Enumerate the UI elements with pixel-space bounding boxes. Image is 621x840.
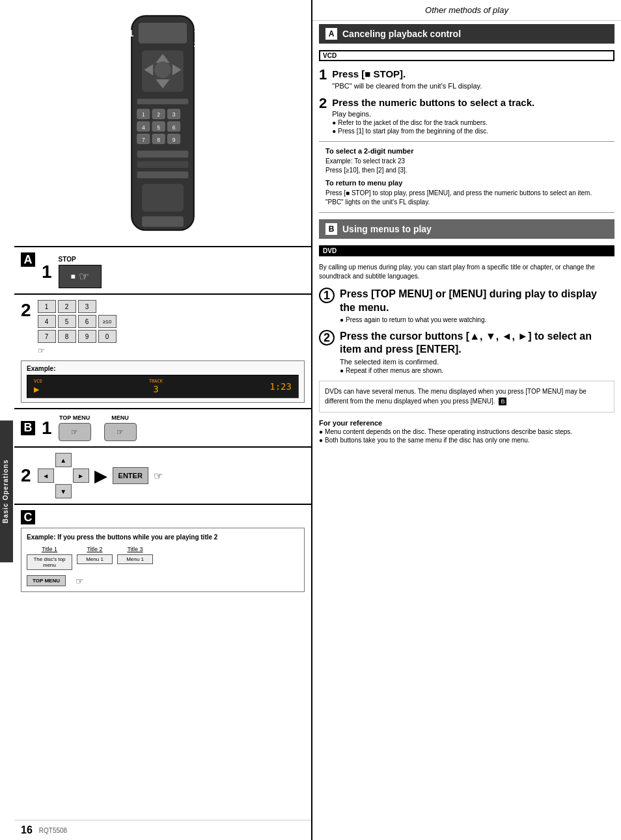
menu3-box: Menu 1 — [117, 554, 153, 564]
section-b-title: Using menus to play — [342, 224, 432, 234]
section-b2-left: 2 ▲ ◄ ► ▼ ▶ ENTER — [14, 448, 311, 505]
stop-label: STOP — [59, 256, 102, 263]
menu-label: MENU — [111, 414, 129, 421]
top-menu-button[interactable]: ☞ — [59, 423, 91, 441]
step-b2-bullet: Repeat if other menus are shown. — [340, 367, 614, 374]
svg-text:2: 2 — [121, 132, 126, 142]
svg-text:1: 1 — [128, 28, 133, 38]
top-menu-btn-diagram: TOP MENU — [27, 575, 66, 586]
step-a1-content: Press [■ STOP]. "PBC" will be cleared fr… — [332, 68, 614, 90]
num-1[interactable]: 1 — [38, 300, 56, 313]
section-a-header: A Canceling playback control — [319, 24, 614, 44]
num-9[interactable]: 9 — [78, 330, 96, 343]
step-a2-bullet2: Press [1] to start play from the beginni… — [332, 128, 614, 135]
svg-rect-34 — [142, 184, 184, 212]
svg-text:1: 1 — [142, 111, 145, 118]
hand-top-menu-icon: ☞ — [71, 427, 78, 437]
for-ref-2: Both buttons take you to the same menu i… — [319, 437, 614, 444]
menu-buttons-group: TOP MENU ☞ MENU ☞ — [59, 414, 137, 441]
down-arrow[interactable]: ▼ — [55, 484, 72, 498]
svg-text:8: 8 — [157, 137, 160, 143]
num-ge10[interactable]: ≥10 — [98, 315, 117, 328]
svg-text:5: 5 — [157, 124, 160, 131]
display-play-icon: ▶ — [34, 384, 42, 394]
dvd-desc: By calling up menus during play, you can… — [312, 260, 621, 284]
section-label-a: A — [21, 252, 35, 267]
step-a2-title: Press the numeric buttons to select a tr… — [332, 96, 614, 109]
step-b1-title: Press [TOP MENU] or [MENU] during play t… — [340, 288, 614, 315]
step-a2-sub: Play begins. — [332, 110, 614, 118]
svg-rect-30 — [137, 151, 189, 158]
left-panel: Basic Operations 1 1 2 — [0, 0, 312, 840]
svg-text:4: 4 — [142, 124, 145, 131]
page-number: 16 — [21, 824, 33, 836]
up-arrow[interactable]: ▲ — [55, 453, 72, 467]
menu-button[interactable]: ☞ — [104, 423, 137, 441]
num-6[interactable]: 6 — [78, 315, 96, 328]
enter-button[interactable]: ENTER — [113, 467, 148, 484]
menu-group: MENU ☞ — [104, 414, 137, 441]
stop-button[interactable]: ■ ☞ — [59, 265, 102, 288]
dvd-symbol: B — [499, 398, 506, 405]
page-header: Other methods of play — [312, 0, 621, 21]
section-a-title: Canceling playback control — [342, 29, 461, 39]
hint1-text: Example: To select track 23 Press [≥10],… — [325, 157, 608, 175]
display-track: TRACK — [149, 379, 163, 384]
title3-header: Title 3 — [127, 546, 143, 552]
note-box: DVDs can have several menus. The menu di… — [319, 381, 614, 413]
right-arrow[interactable]: ► — [73, 468, 89, 483]
svg-text:2: 2 — [194, 40, 199, 48]
svg-text:9: 9 — [172, 137, 176, 143]
page-title: Other methods of play — [425, 5, 508, 15]
step-a2-content: Press the numeric buttons to select a tr… — [332, 96, 614, 135]
num-0[interactable]: 0 — [98, 330, 117, 343]
num-5[interactable]: 5 — [58, 315, 76, 328]
title2-header: Title 2 — [87, 546, 102, 552]
num-8[interactable]: 8 — [58, 330, 76, 343]
right-panel: Other methods of play A Canceling playba… — [312, 0, 621, 840]
svg-rect-35 — [142, 216, 184, 226]
hand-menu-icon: ☞ — [117, 427, 124, 437]
menu2-box: Menu 1 — [77, 554, 113, 564]
display-time: 1:23 — [269, 381, 292, 392]
section-a-letter: A — [325, 28, 337, 40]
left-arrow[interactable]: ◄ — [38, 468, 54, 483]
step-b2-title: Press the cursor buttons [▲, ▼, ◄, ►] to… — [340, 330, 614, 357]
disc-top-menu-box: The disc's top menu — [27, 554, 72, 570]
svg-text:2: 2 — [157, 111, 160, 118]
step-b1-bullet: Press again to return to what you were w… — [340, 316, 614, 323]
svg-point-10 — [154, 61, 171, 78]
step-a2-number: 2 — [319, 96, 327, 111]
hand-stop-icon: ☞ — [79, 269, 89, 284]
step-a2-bullet1: Refer to the jacket of the disc for the … — [332, 119, 614, 126]
bottom-diagram-row: TOP MENU ☞ — [27, 575, 299, 586]
section-label-c: C — [21, 510, 35, 524]
note-text: DVDs can have several menus. The menu di… — [325, 388, 586, 405]
left-content: 1 1 2 1 2 3 4 — [14, 0, 311, 840]
arrow-pad: ▲ ◄ ► ▼ — [38, 453, 89, 498]
section-label-b: B — [21, 421, 35, 435]
title-diagram: Title 1 The disc's top menu Title 2 Menu… — [27, 546, 299, 570]
step-1-number: 1 — [42, 262, 52, 282]
num-4[interactable]: 4 — [38, 315, 56, 328]
display-vcd: VCD — [34, 379, 42, 384]
step-b2-number: 2 — [319, 330, 335, 345]
step-a1: 1 Press [■ STOP]. "PBC" will be cleared … — [312, 64, 621, 93]
section-b-left: B 1 TOP MENU ☞ MENU ☞ — [14, 409, 311, 448]
stop-icon: ■ — [71, 272, 76, 281]
remote-area: 1 1 2 1 2 3 4 — [14, 0, 311, 247]
num-3[interactable]: 3 — [78, 300, 96, 313]
svg-text:1: 1 — [194, 25, 199, 33]
vcd-badge: VCD — [319, 50, 614, 61]
play-arrow-icon: ▶ — [94, 466, 107, 486]
for-reference: For your reference Menu content depends … — [312, 416, 621, 447]
for-ref-title: For your reference — [319, 419, 614, 427]
step-a2: 2 Press the numeric buttons to select a … — [312, 93, 621, 139]
remote-svg: 1 1 2 1 2 3 4 — [104, 12, 221, 234]
num-7[interactable]: 7 — [38, 330, 56, 343]
hand-diagram-icon: ☞ — [76, 576, 84, 586]
num-2[interactable]: 2 — [58, 300, 76, 313]
display-number: 3 — [153, 384, 158, 394]
example-c-title: Example: If you press the buttons while … — [27, 534, 299, 541]
step-b2-sub: The selected item is confirmed. — [340, 358, 614, 366]
